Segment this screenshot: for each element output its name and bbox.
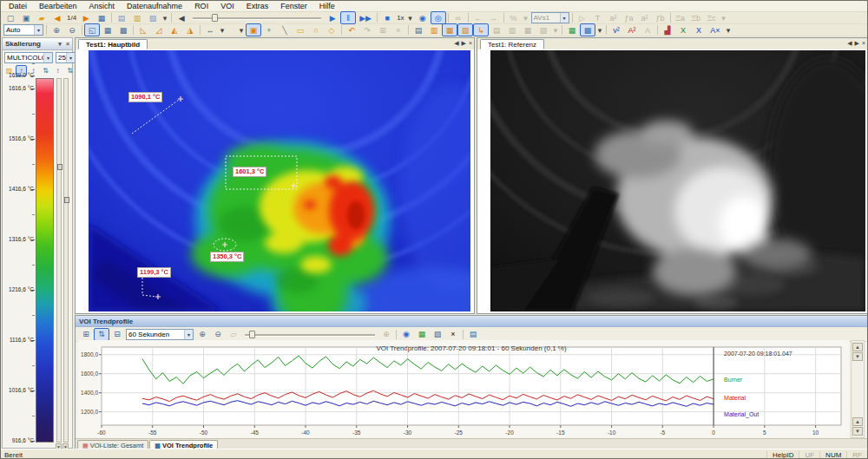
new-document-icon[interactable]: ▢ (3, 11, 18, 24)
excel-export-icon[interactable]: X (675, 23, 691, 36)
levels-selector[interactable]: 256▾ (56, 52, 76, 63)
slider-thumb[interactable] (249, 331, 255, 338)
menu-item-datei[interactable]: Datei (3, 2, 33, 10)
roi-point-icon[interactable]: + (261, 23, 277, 36)
trend-chart[interactable]: VOI Trendprofile: 2007-07-20 09:18:01 - … (78, 340, 849, 438)
roi-ellipse-icon[interactable]: ○ (308, 23, 324, 36)
pause-icon[interactable]: ‖ (340, 11, 356, 24)
trend-delete-icon[interactable]: × (445, 328, 461, 341)
open-file-icon[interactable]: ▰ (34, 11, 49, 24)
speaker-icon[interactable]: ◀ (174, 11, 189, 24)
temperature-annotation[interactable]: 1601,3 °C (233, 167, 266, 177)
trend-zoom-out-icon[interactable]: ⊖ (210, 328, 226, 341)
close-tab-icon[interactable]: × (862, 40, 865, 46)
fast-forward-icon[interactable]: ▶▶ (356, 11, 375, 24)
voi-grid-dropdown-icon[interactable]: ▾ (595, 23, 604, 36)
roi-import-icon[interactable]: ▥ (426, 23, 442, 36)
actual-size-icon[interactable]: ▦ (100, 23, 115, 36)
scroll-down-icon[interactable]: ▼ (852, 352, 863, 361)
trend-autoscale-icon[interactable]: ⇅ (94, 328, 109, 341)
tab-hauptbild[interactable]: Test1: Hauptbild (78, 39, 148, 49)
voi-value-icon[interactable]: v² (608, 23, 624, 36)
scroll-tabs-left-icon[interactable]: ◀ (847, 40, 852, 46)
close-icon[interactable]: × (66, 41, 69, 47)
voi-area-icon[interactable]: A² (624, 23, 640, 36)
speed-dropdown-icon[interactable]: ▾ (406, 11, 415, 24)
voi-more-dropdown-icon[interactable]: ▾ (724, 23, 733, 36)
close-tab-icon[interactable]: × (469, 40, 472, 46)
scale-lower-limit-slider[interactable] (63, 78, 69, 443)
roi-more-dropdown-icon[interactable]: ▾ (237, 23, 246, 36)
scroll-tabs-right-icon[interactable]: ▶ (855, 40, 859, 46)
roi-undo-icon[interactable]: ↶ (344, 23, 359, 36)
scroll-up-icon[interactable]: ▲ (852, 417, 863, 426)
menu-item-datenaufnahme[interactable]: Datenaufnahme (121, 2, 188, 10)
voi-grid-icon[interactable]: ▩ (580, 23, 595, 36)
save-icon[interactable]: ▦ (94, 11, 109, 24)
playback-position-slider[interactable] (193, 14, 321, 22)
roi-line-icon[interactable]: ╲ (277, 23, 293, 36)
slider-thumb[interactable] (212, 14, 218, 22)
scale-mode-selector[interactable]: Auto▾ (3, 24, 43, 36)
reference-image[interactable] (490, 50, 865, 311)
menu-item-roi[interactable]: ROI (188, 2, 214, 10)
trend-position-slider[interactable] (245, 331, 375, 338)
trend-zoom-in-icon[interactable]: ⊕ (194, 328, 210, 341)
rotate-right-icon[interactable]: ◿ (151, 23, 167, 36)
voi-new-icon[interactable]: ▦ (564, 23, 580, 36)
stop-icon[interactable]: ■ (379, 11, 395, 24)
menu-item-ansicht[interactable]: Ansicht (83, 2, 122, 10)
rotate-left-icon[interactable]: ◺ (135, 23, 151, 36)
palette-selector[interactable]: MULTICOLOR▾ (4, 52, 53, 63)
scroll-down-icon[interactable]: ▼ (852, 427, 863, 436)
tab-referenz[interactable]: Test1: Referenz (480, 39, 544, 49)
menu-item-fenster[interactable]: Fenster (274, 2, 313, 10)
snapshot-icon[interactable]: ▧ (145, 11, 161, 24)
temperature-annotation[interactable]: 1350,3 °C (210, 252, 244, 262)
trend-table-icon[interactable]: ▦ (414, 328, 430, 341)
menu-item-voi[interactable]: VOI (214, 2, 240, 10)
menu-item-hilfe[interactable]: Hilfe (313, 2, 341, 10)
roi-rectangle-icon[interactable]: ▭ (293, 23, 308, 36)
temperature-annotation[interactable]: 1090,1 °C (128, 92, 162, 102)
zoom-out-icon[interactable]: ⊖ (64, 23, 80, 36)
roi-export-icon[interactable]: ▤ (411, 23, 426, 36)
roi-unlink-icon[interactable]: ▧ (457, 23, 473, 36)
full-image-icon[interactable]: ▩ (115, 23, 131, 36)
play-icon[interactable]: ▶ (325, 11, 340, 24)
temperature-annotation[interactable]: 1199,3 °C (137, 267, 171, 278)
roi-apply-icon[interactable]: ↳ (473, 23, 489, 36)
voi-chart-icon[interactable]: ▟ (660, 23, 675, 36)
new-report-icon[interactable]: ▣ (18, 11, 34, 24)
prev-frame-icon[interactable]: ◀ (49, 11, 65, 24)
voi-delete-icon[interactable]: A× (707, 23, 724, 36)
trend-interval-selector[interactable]: 60 Sekunden▾ (126, 329, 194, 340)
record-icon[interactable]: ◉ (415, 11, 431, 24)
pan-dropdown-icon[interactable]: ▾ (218, 23, 227, 36)
scroll-tabs-right-icon[interactable]: ▶ (462, 40, 466, 46)
flip-horizontal-icon[interactable]: ◭ (167, 23, 182, 36)
fit-window-icon[interactable]: ◱ (84, 23, 100, 36)
roi-polygon-icon[interactable]: ◇ (324, 23, 339, 36)
trend-export-icon[interactable]: ⊟ (109, 328, 125, 341)
pin-icon[interactable]: ▾ (58, 41, 62, 47)
temperature-scale-bar[interactable] (36, 78, 54, 443)
copy-options-dropdown-icon[interactable]: ▾ (161, 11, 169, 24)
zoom-in-icon[interactable]: ⊕ (49, 23, 64, 36)
roi-link-icon[interactable]: ▦ (442, 23, 457, 36)
scale-upper-limit-slider[interactable] (56, 78, 62, 443)
flip-vertical-icon[interactable]: ◮ (182, 23, 198, 36)
trend-visibility-icon[interactable]: ◉ (398, 328, 414, 341)
trend-layers-icon[interactable]: ⊞ (78, 328, 94, 341)
copy-image-icon[interactable]: ▤ (114, 11, 129, 24)
trend-chart-copy-icon[interactable]: ▧ (430, 328, 445, 341)
trend-print-icon[interactable]: ▤ (465, 328, 481, 341)
copy-sequence-icon[interactable]: ▥ (129, 11, 145, 24)
menu-item-bearbeiten[interactable]: Bearbeiten (33, 2, 83, 10)
menu-item-extras[interactable]: Extras (240, 2, 275, 10)
chart-scrollbar[interactable]: ▲ ▼ ▲ ▼ (851, 340, 865, 438)
loop-icon[interactable]: ◎ (431, 11, 446, 24)
next-frame-icon[interactable]: ▶ (78, 11, 94, 24)
pan-icon[interactable]: ↔ (202, 23, 218, 36)
scroll-tabs-left-icon[interactable]: ◀ (454, 40, 458, 46)
